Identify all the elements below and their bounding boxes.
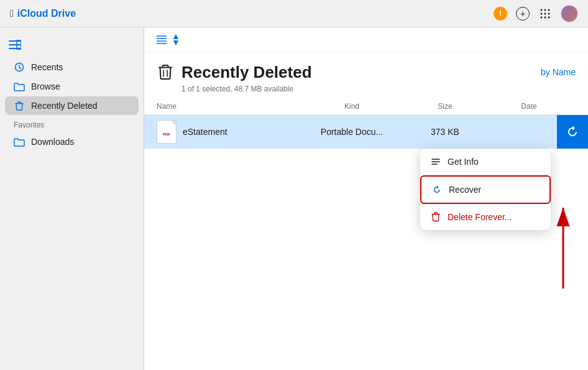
file-size: 373 KB — [408, 127, 482, 137]
app-title: iCloud Drive — [17, 8, 76, 19]
apple-logo-icon:  — [10, 8, 14, 19]
svg-point-6 — [541, 16, 543, 18]
page-title: Recently Deleted — [181, 63, 312, 82]
app-title-suffix: Drive — [51, 8, 76, 19]
col-header-name: Name — [157, 102, 296, 111]
sort-by-name-link[interactable]: by Name — [541, 67, 576, 77]
col-header-date: Date — [482, 102, 576, 111]
user-avatar[interactable] — [561, 5, 578, 22]
content-header: Recently Deleted by Name 1 of 1 selected… — [144, 53, 588, 98]
context-menu-get-info[interactable]: Get Info — [420, 149, 551, 175]
downloads-folder-icon — [14, 136, 25, 147]
sidebar-item-label-recents: Recents — [31, 62, 63, 72]
sidebar-item-label-recently-deleted: Recently Deleted — [31, 101, 98, 111]
col-header-size: Size — [408, 102, 482, 111]
grid-icon[interactable] — [538, 7, 552, 21]
content-area: ▲ ▼ Recently Deleted by Name 1 of 1 sele… — [144, 27, 588, 370]
svg-point-3 — [541, 12, 543, 14]
svg-rect-11 — [9, 48, 21, 49]
file-table: Name Kind Size Date PDF eStatement Porta… — [144, 98, 588, 370]
clock-icon — [14, 62, 25, 73]
favorites-section-label: Favorites — [5, 116, 144, 132]
context-menu-delete-forever-label: Delete Forever... — [448, 212, 512, 222]
svg-point-0 — [541, 9, 543, 11]
context-menu-recover-label: Recover — [449, 185, 481, 195]
sidebar-item-label-downloads: Downloads — [31, 137, 74, 147]
context-menu-delete-forever[interactable]: Delete Forever... — [420, 204, 551, 230]
svg-point-2 — [548, 9, 550, 11]
sidebar-item-recents[interactable]: Recents — [5, 58, 139, 76]
sidebar-item-browse[interactable]: Browse — [5, 77, 139, 96]
svg-point-5 — [548, 12, 550, 14]
topbar-right: ! + — [494, 5, 578, 22]
red-arrow-indicator — [554, 195, 572, 297]
alert-icon[interactable]: ! — [494, 7, 507, 21]
content-title-row: Recently Deleted by Name — [157, 63, 576, 82]
page-trash-icon — [157, 63, 174, 81]
svg-point-7 — [544, 16, 546, 18]
context-menu-get-info-label: Get Info — [448, 157, 479, 167]
content-subtitle: 1 of 1 selected, 48.7 MB available — [181, 85, 576, 93]
sidebar-item-recently-deleted[interactable]: Recently Deleted — [5, 96, 139, 115]
sidebar-toggle-icon[interactable] — [7, 37, 22, 52]
recover-button-icon — [566, 125, 579, 139]
info-icon — [430, 156, 441, 167]
col-header-kind: Kind — [296, 102, 408, 111]
svg-point-4 — [544, 12, 546, 14]
svg-point-1 — [544, 9, 546, 11]
svg-rect-9 — [9, 40, 21, 42]
recover-icon — [431, 184, 443, 195]
list-view-icon[interactable] — [157, 35, 167, 44]
folder-icon — [14, 81, 25, 92]
topbar:  iCloud Drive ! + — [0, 0, 588, 27]
context-menu-recover[interactable]: Recover — [420, 175, 551, 204]
recover-button[interactable] — [557, 115, 588, 149]
sidebar-item-label-browse: Browse — [31, 81, 60, 91]
sidebar: Recents Browse Recently Deleted Favorite… — [0, 27, 144, 370]
svg-point-8 — [548, 16, 550, 18]
sidebar-item-downloads[interactable]: Downloads — [5, 132, 139, 151]
main-layout: Recents Browse Recently Deleted Favorite… — [0, 27, 588, 370]
file-name-cell: PDF eStatement — [157, 120, 296, 144]
file-kind: Portable Docu... — [296, 127, 408, 137]
sidebar-top — [0, 35, 144, 57]
table-header: Name Kind Size Date — [144, 98, 588, 115]
context-menu: Get Info Recover Delete Forever... — [420, 149, 551, 230]
trash-icon — [14, 100, 25, 111]
app-title-prefix: iCloud — [17, 8, 48, 19]
topbar-left:  iCloud Drive — [10, 8, 486, 19]
content-toolbar: ▲ ▼ — [144, 27, 588, 53]
add-button[interactable]: + — [516, 7, 530, 21]
svg-rect-10 — [9, 44, 21, 45]
sort-toggle-icon[interactable]: ▲ ▼ — [172, 34, 180, 46]
delete-forever-icon — [430, 211, 441, 223]
table-row[interactable]: PDF eStatement Portable Docu... 373 KB — [144, 115, 588, 149]
file-name: eStatement — [183, 127, 227, 137]
file-icon: PDF — [157, 120, 177, 144]
